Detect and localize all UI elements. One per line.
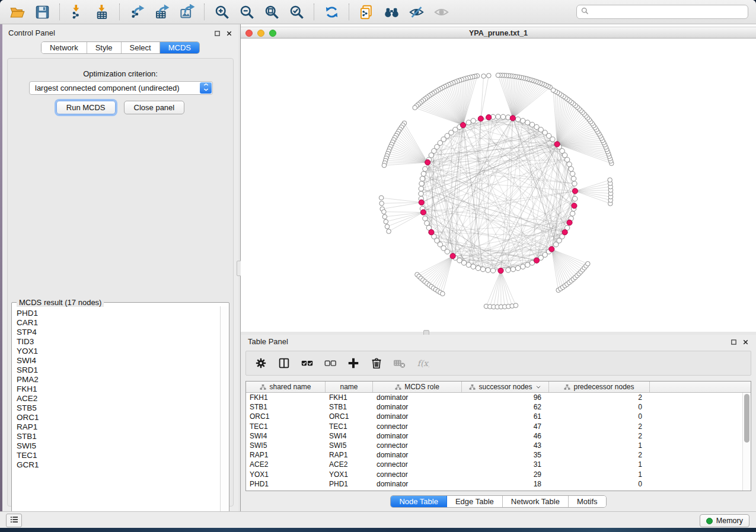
- graph-node[interactable]: [525, 120, 530, 125]
- deselect-all-rows-button[interactable]: [324, 357, 337, 370]
- tab-style[interactable]: Style: [87, 42, 122, 53]
- mcds-result-scrollbar[interactable]: [220, 306, 228, 517]
- node-table-scrollbar[interactable]: [742, 393, 751, 491]
- graph-node[interactable]: [515, 265, 520, 270]
- import-table-button[interactable]: [92, 2, 111, 21]
- apply-layout-button[interactable]: [322, 2, 341, 21]
- mcds-result-item[interactable]: CAR1: [17, 318, 220, 328]
- column-header-successor-nodes[interactable]: successor nodes: [462, 382, 549, 392]
- graph-node[interactable]: [521, 264, 525, 269]
- graph-leaf-node[interactable]: [385, 225, 390, 229]
- graph-node[interactable]: [572, 181, 577, 186]
- graph-leaf-node[interactable]: [551, 88, 556, 92]
- task-history-button[interactable]: [6, 514, 22, 527]
- graph-leaf-node[interactable]: [481, 74, 486, 79]
- float-panel-icon[interactable]: [214, 28, 221, 39]
- open-file-button[interactable]: [8, 2, 27, 21]
- graph-node[interactable]: [461, 260, 466, 265]
- tab-mcds[interactable]: MCDS: [160, 42, 199, 53]
- graph-node[interactable]: [486, 268, 490, 273]
- graph-node[interactable]: [567, 162, 572, 166]
- table-row[interactable]: STB1STB1dominator620: [246, 402, 751, 412]
- close-panel-button[interactable]: Close panel: [124, 101, 185, 114]
- graph-node[interactable]: [500, 114, 505, 119]
- graph-dominator-node[interactable]: [478, 116, 483, 121]
- search-input[interactable]: [589, 6, 744, 18]
- graph-leaf-node[interactable]: [387, 229, 391, 234]
- column-header-name[interactable]: name: [326, 382, 373, 392]
- graph-dominator-node[interactable]: [429, 229, 434, 235]
- graph-node[interactable]: [521, 118, 525, 123]
- column-header-shared-name[interactable]: shared name: [246, 382, 326, 392]
- graph-leaf-node[interactable]: [413, 105, 417, 110]
- table-row[interactable]: SWI5SWI5connector431: [246, 441, 751, 450]
- mcds-result-item[interactable]: ORC1: [17, 413, 220, 422]
- optimization-criterion-select[interactable]: largest connected component (undirected): [29, 81, 213, 95]
- network-canvas[interactable]: [241, 39, 756, 332]
- graph-node[interactable]: [570, 211, 575, 216]
- table-row[interactable]: ORC1ORC1dominator610: [246, 412, 751, 421]
- delete-columns-button[interactable]: [370, 357, 383, 370]
- export-network-button[interactable]: [127, 2, 146, 21]
- graph-leaf-node[interactable]: [379, 196, 384, 200]
- table-row[interactable]: RAP1RAP1dominator352: [246, 450, 751, 460]
- tab-motifs[interactable]: Motifs: [569, 496, 606, 507]
- mcds-result-item[interactable]: FKH1: [17, 384, 220, 394]
- run-mcds-button[interactable]: Run MCDS: [56, 101, 116, 114]
- zoom-in-button[interactable]: [212, 2, 231, 21]
- graph-leaf-node[interactable]: [379, 201, 384, 206]
- zoom-selected-button[interactable]: [287, 2, 306, 21]
- mcds-result-item[interactable]: TEC1: [17, 451, 220, 460]
- graph-leaf-node[interactable]: [382, 210, 387, 214]
- tab-node-table[interactable]: Node Table: [391, 496, 447, 507]
- table-row[interactable]: TEC1TEC1connector472: [246, 422, 751, 431]
- graph-leaf-node[interactable]: [487, 73, 492, 78]
- mcds-result-item[interactable]: SRD1: [17, 366, 220, 375]
- mcds-result-item[interactable]: GCR1: [17, 460, 220, 470]
- graph-node[interactable]: [466, 120, 471, 125]
- graph-node[interactable]: [515, 117, 520, 121]
- export-table-button[interactable]: [152, 2, 171, 21]
- graph-dominator-node[interactable]: [460, 123, 465, 128]
- column-header-predecessor-nodes[interactable]: predecessor nodes: [549, 382, 650, 392]
- graph-dominator-node[interactable]: [510, 116, 515, 121]
- graph-node[interactable]: [490, 268, 495, 273]
- graph-node[interactable]: [471, 264, 476, 269]
- graph-node[interactable]: [419, 186, 423, 191]
- mcds-result-item[interactable]: PMA2: [17, 375, 220, 384]
- new-network-from-selection-button[interactable]: [357, 2, 376, 21]
- table-settings-button[interactable]: [254, 357, 267, 370]
- graph-dominator-node[interactable]: [420, 210, 426, 215]
- graph-node[interactable]: [529, 122, 534, 127]
- float-table-panel-icon[interactable]: [731, 337, 737, 348]
- graph-node[interactable]: [423, 216, 428, 221]
- table-row[interactable]: SWI4SWI4dominator462: [246, 431, 751, 441]
- graph-node[interactable]: [511, 267, 515, 271]
- tab-edge-table[interactable]: Edge Table: [447, 496, 503, 507]
- table-row[interactable]: PHD1PHD1dominator180: [246, 479, 751, 489]
- graph-node[interactable]: [421, 171, 426, 176]
- graph-node[interactable]: [466, 262, 471, 267]
- graph-dominator-node[interactable]: [554, 142, 560, 147]
- mcds-result-item[interactable]: SWI4: [17, 356, 220, 366]
- graph-dominator-node[interactable]: [486, 114, 492, 120]
- graph-node[interactable]: [569, 166, 573, 171]
- graph-leaf-node[interactable]: [441, 291, 445, 296]
- graph-node[interactable]: [573, 196, 578, 201]
- tab-network-table[interactable]: Network Table: [503, 496, 569, 507]
- find-binoculars-button[interactable]: [382, 2, 401, 21]
- graph-leaf-node[interactable]: [608, 178, 613, 182]
- mcds-result-item[interactable]: SWI5: [17, 441, 220, 451]
- save-session-button[interactable]: [33, 2, 52, 21]
- export-image-button[interactable]: [177, 2, 196, 21]
- graph-dominator-node[interactable]: [534, 258, 539, 263]
- mcds-result-item[interactable]: STP4: [17, 328, 220, 337]
- graph-node[interactable]: [445, 249, 449, 254]
- graph-dominator-node[interactable]: [450, 254, 455, 259]
- tab-select[interactable]: Select: [122, 42, 160, 53]
- graph-dominator-node[interactable]: [572, 188, 578, 194]
- table-row[interactable]: ACE2ACE2connector311: [246, 460, 751, 469]
- graph-dominator-node[interactable]: [562, 229, 567, 235]
- close-panel-icon[interactable]: [226, 28, 232, 39]
- graph-node[interactable]: [476, 265, 480, 270]
